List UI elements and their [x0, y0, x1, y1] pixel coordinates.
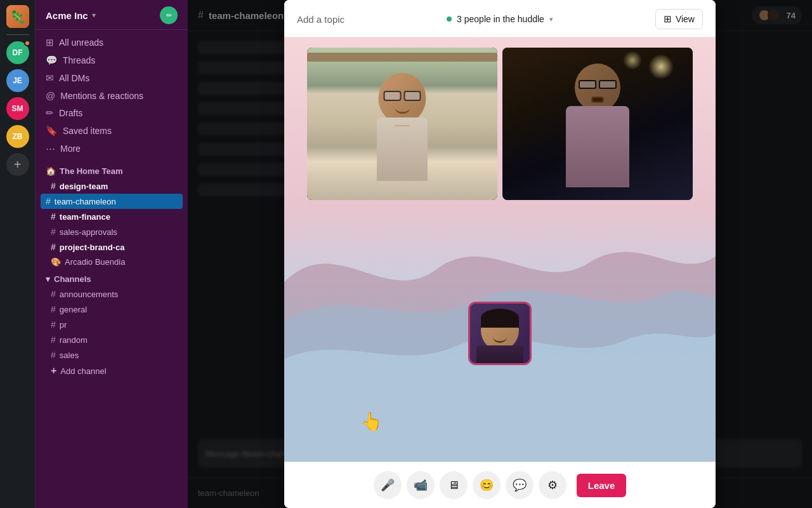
settings-icon: ⚙ — [547, 478, 558, 492]
face2 — [575, 64, 620, 112]
nav-label-more: More — [60, 144, 81, 154]
workspace-chevron-icon[interactable]: ▾ — [92, 11, 96, 20]
huddle-participants-button[interactable]: 3 people in the huddle ▾ — [447, 14, 553, 24]
user-avatar-sm[interactable]: SM — [6, 97, 29, 120]
main-content: # team-chameleon ▾ 74 Message #team-cham… — [188, 0, 812, 508]
home-team-header[interactable]: 🏠 The Home Team — [36, 161, 188, 178]
video-tile-person2 — [502, 48, 693, 200]
chat-icon: 💬 — [513, 478, 527, 492]
unreads-icon: ⊞ — [46, 37, 54, 48]
self-video-tile — [468, 302, 532, 365]
nav-label-drafts: Drafts — [59, 108, 82, 118]
huddle-view-button[interactable]: ⊞ View — [655, 9, 703, 29]
nav-item-drafts[interactable]: ✏ Drafts — [36, 104, 188, 122]
channel-name-project-brand: project-brand-ca — [60, 243, 125, 252]
user-avatar-zb[interactable]: ZB — [6, 125, 29, 148]
hash-icon: # — [51, 181, 56, 191]
nav-item-all-dms[interactable]: ✉ All DMs — [36, 69, 188, 87]
saved-icon: 🔖 — [46, 125, 58, 137]
huddle-topic[interactable]: Add a topic — [297, 14, 344, 25]
wave-area: 👆 — [284, 205, 716, 462]
settings-button[interactable]: ⚙ — [539, 471, 566, 499]
lens-left — [384, 91, 402, 101]
compose-button[interactable]: ✏ — [160, 6, 178, 24]
channel-name-sales: sales — [60, 351, 79, 360]
add-channel-button[interactable]: + Add channel — [36, 363, 188, 379]
channels-chevron-icon: ▾ — [46, 274, 50, 284]
body1 — [377, 117, 428, 181]
add-workspace-button[interactable]: + — [6, 153, 29, 176]
mic-button[interactable]: 🎤 — [374, 471, 402, 499]
channel-sales-approvals[interactable]: # sales-approvals — [36, 224, 188, 239]
nav-item-unreads[interactable]: ⊞ All unreads — [36, 34, 188, 51]
self-smile — [493, 337, 507, 343]
user-avatar-df[interactable]: DF — [6, 41, 29, 64]
nav-item-saved[interactable]: 🔖 Saved items — [36, 122, 188, 140]
view-label: View — [676, 14, 695, 24]
nav-item-mentions[interactable]: @ Mentions & reactions — [36, 87, 188, 104]
channel-random[interactable]: # random — [36, 332, 188, 347]
video-button[interactable]: 📹 — [407, 471, 435, 499]
nav-label-mentions: Mentions & reactions — [60, 91, 143, 101]
home-team-icon: 🏠 — [46, 166, 56, 176]
jacket — [566, 106, 629, 187]
mic-icon: 🎤 — [381, 478, 395, 492]
dm-name-arcadio: Arcadio Buendia — [65, 257, 125, 267]
participants-dropdown-icon: ▾ — [549, 15, 553, 23]
home-team-label: The Home Team — [60, 166, 122, 176]
user-initials-sm: SM — [12, 104, 23, 113]
nav-label-unreads: All unreads — [59, 37, 103, 48]
workspace-icon-bar: 🦎 DF JE SM ZB + — [0, 0, 36, 508]
channel-pr[interactable]: # pr — [36, 317, 188, 332]
drafts-icon: ✏ — [46, 107, 54, 119]
hash-icon: # — [51, 227, 56, 237]
channel-project-brand[interactable]: # project-brand-ca — [36, 239, 188, 255]
screen-share-button[interactable]: 🖥 — [440, 471, 468, 499]
user-initials-zb: ZB — [13, 132, 23, 141]
person1-body — [364, 67, 440, 181]
workspace-name[interactable]: Acme Inc — [46, 10, 88, 21]
channel-name-team-chameleon: team-chameleon — [55, 197, 116, 206]
channels-section-header[interactable]: ▾ Channels — [36, 269, 188, 286]
channel-name-sales-approvals: sales-approvals — [60, 227, 117, 237]
emoji-react-button[interactable]: 😊 — [473, 471, 501, 499]
dm-arcadio[interactable]: 🎨 Arcadio Buendia — [36, 255, 188, 269]
leave-button[interactable]: Leave — [577, 474, 627, 497]
nav-label-threads: Threads — [63, 55, 95, 65]
sidebar-header: Acme Inc ▾ ✏ — [36, 0, 188, 30]
threads-icon: 💬 — [46, 55, 58, 66]
self-body — [476, 345, 523, 363]
workspace-logo[interactable]: 🦎 — [6, 5, 29, 28]
channel-general[interactable]: # general — [36, 302, 188, 317]
add-channel-label: Add channel — [60, 366, 106, 376]
channel-team-finance[interactable]: # team-finance — [36, 209, 188, 224]
mentions-icon: @ — [46, 90, 55, 101]
video-area: 👆 — [284, 37, 716, 462]
user-avatar-je[interactable]: JE — [6, 69, 29, 92]
channel-name-design-team: design-team — [60, 182, 108, 191]
more-icon: ⋯ — [46, 143, 55, 154]
all-dms-icon: ✉ — [46, 72, 54, 84]
nav-item-more[interactable]: ⋯ More — [36, 140, 188, 157]
nav-item-threads[interactable]: 💬 Threads — [36, 51, 188, 69]
channel-announcements[interactable]: # announcements — [36, 286, 188, 302]
channel-name-team-finance: team-finance — [60, 212, 110, 222]
hash-icon: # — [51, 289, 56, 299]
mouth2 — [591, 97, 604, 103]
hash-icon: # — [51, 211, 56, 222]
hash-icon: # — [46, 196, 51, 206]
person2-figure — [502, 48, 693, 200]
screen-icon: 🖥 — [448, 479, 459, 492]
channel-name-random: random — [60, 335, 88, 345]
sidebar: Acme Inc ▾ ✏ ⊞ All unreads 💬 Threads ✉ A… — [36, 0, 188, 508]
channel-name-announcements: announcements — [60, 290, 119, 299]
self-bg — [470, 304, 530, 363]
user-initials-je: JE — [13, 76, 22, 85]
nav-label-all-dms: All DMs — [59, 73, 89, 83]
chat-button[interactable]: 💬 — [506, 471, 534, 499]
smile1 — [395, 107, 410, 114]
channel-team-chameleon[interactable]: # team-chameleon — [41, 194, 183, 209]
channel-sales[interactable]: # sales — [36, 347, 188, 363]
hash-icon: # — [51, 335, 56, 345]
channel-design-team[interactable]: # design-team — [36, 178, 188, 194]
